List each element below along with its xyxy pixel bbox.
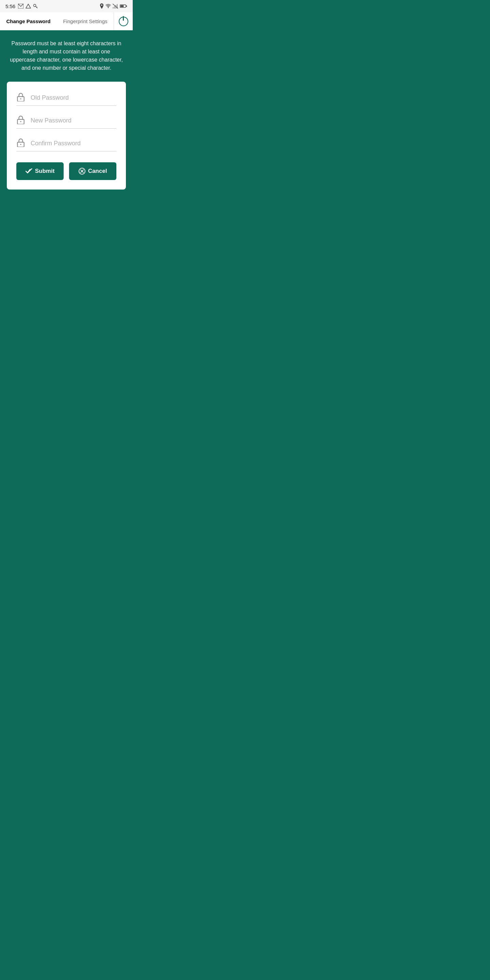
password-hint: Password must be at least eight characte… [7,40,126,72]
cancel-label: Cancel [88,168,107,175]
tab-change-password[interactable]: Change Password [0,12,57,31]
svg-rect-12 [126,5,127,7]
svg-rect-6 [113,7,114,8]
confirm-password-field [16,138,116,151]
status-icons-left [18,4,38,8]
svg-marker-1 [26,4,30,8]
key-icon [33,4,38,8]
status-icons-right [100,3,127,9]
power-button[interactable] [114,12,133,30]
svg-rect-13 [121,5,124,7]
submit-label: Submit [35,168,55,175]
status-bar: 5:56 [0,0,133,12]
location-icon [100,3,104,9]
new-password-lock-icon [16,115,26,125]
old-password-lock-icon [16,92,26,102]
email-icon [18,4,24,8]
status-time: 5:56 [5,3,15,9]
form-card: Submit Cancel [7,82,126,189]
signal-icon [113,4,118,8]
confirm-password-lock-icon [16,138,26,148]
old-password-input[interactable] [30,93,116,103]
bottom-background [0,200,133,302]
battery-icon [120,4,127,8]
svg-point-15 [20,98,21,99]
submit-checkmark-icon [25,169,32,174]
power-icon [119,17,128,26]
svg-point-5 [101,5,102,6]
button-row: Submit Cancel [16,162,116,180]
wifi-icon [105,4,111,8]
drive-icon [25,4,31,8]
tab-fingerprint-settings[interactable]: Fingerprint Settings [57,12,114,30]
old-password-field [16,92,116,106]
submit-button[interactable]: Submit [16,162,64,180]
tab-bar: Change Password Fingerprint Settings [0,12,133,31]
confirm-password-input[interactable] [30,138,116,148]
cancel-circle-icon [79,168,86,175]
cancel-button[interactable]: Cancel [69,162,116,180]
new-password-field [16,115,116,129]
new-password-input[interactable] [30,116,116,126]
main-content: Password must be at least eight characte… [0,31,133,200]
svg-point-19 [20,144,21,145]
status-bar-left: 5:56 [5,3,38,9]
svg-rect-7 [114,6,115,8]
svg-point-2 [34,5,36,7]
svg-point-17 [20,121,21,122]
